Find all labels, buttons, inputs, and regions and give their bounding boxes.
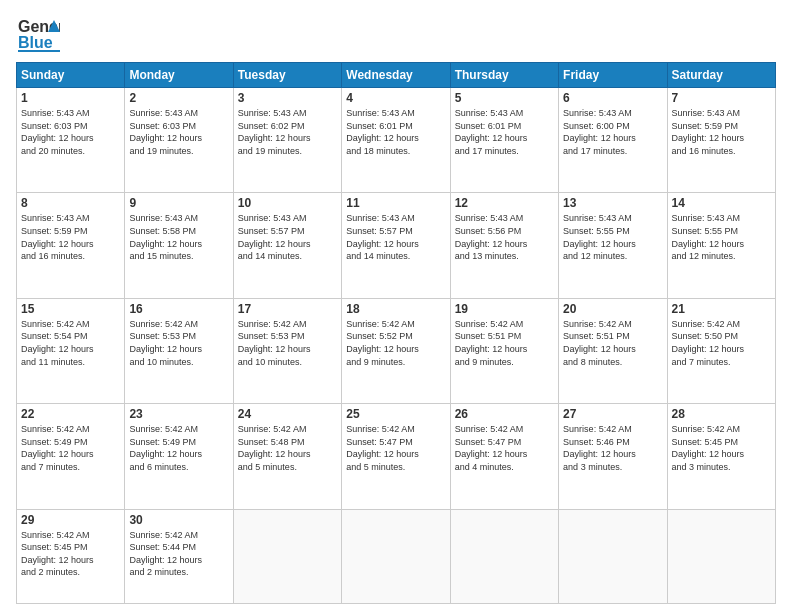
weekday-header-sunday: Sunday: [17, 63, 125, 88]
day-number: 20: [563, 302, 662, 316]
day-number: 21: [672, 302, 771, 316]
day-cell: 30Sunrise: 5:42 AM Sunset: 5:44 PM Dayli…: [125, 509, 233, 603]
week-row-2: 8Sunrise: 5:43 AM Sunset: 5:59 PM Daylig…: [17, 193, 776, 298]
day-cell: 5Sunrise: 5:43 AM Sunset: 6:01 PM Daylig…: [450, 88, 558, 193]
day-number: 12: [455, 196, 554, 210]
day-info: Sunrise: 5:42 AM Sunset: 5:44 PM Dayligh…: [129, 529, 228, 579]
page: General Blue SundayMondayTuesdayWednesda…: [0, 0, 792, 612]
weekday-header-wednesday: Wednesday: [342, 63, 450, 88]
logo-icon: General Blue: [16, 12, 60, 56]
weekday-header-monday: Monday: [125, 63, 233, 88]
day-info: Sunrise: 5:43 AM Sunset: 6:03 PM Dayligh…: [21, 107, 120, 157]
day-cell: 22Sunrise: 5:42 AM Sunset: 5:49 PM Dayli…: [17, 404, 125, 509]
day-cell: 10Sunrise: 5:43 AM Sunset: 5:57 PM Dayli…: [233, 193, 341, 298]
day-cell: 11Sunrise: 5:43 AM Sunset: 5:57 PM Dayli…: [342, 193, 450, 298]
day-info: Sunrise: 5:43 AM Sunset: 6:00 PM Dayligh…: [563, 107, 662, 157]
day-number: 11: [346, 196, 445, 210]
day-cell: 24Sunrise: 5:42 AM Sunset: 5:48 PM Dayli…: [233, 404, 341, 509]
day-number: 30: [129, 513, 228, 527]
day-info: Sunrise: 5:42 AM Sunset: 5:49 PM Dayligh…: [129, 423, 228, 473]
day-info: Sunrise: 5:43 AM Sunset: 5:58 PM Dayligh…: [129, 212, 228, 262]
day-number: 22: [21, 407, 120, 421]
weekday-header-saturday: Saturday: [667, 63, 775, 88]
day-number: 3: [238, 91, 337, 105]
day-cell: 19Sunrise: 5:42 AM Sunset: 5:51 PM Dayli…: [450, 298, 558, 403]
day-info: Sunrise: 5:43 AM Sunset: 5:57 PM Dayligh…: [346, 212, 445, 262]
day-info: Sunrise: 5:42 AM Sunset: 5:48 PM Dayligh…: [238, 423, 337, 473]
day-number: 26: [455, 407, 554, 421]
day-info: Sunrise: 5:43 AM Sunset: 5:55 PM Dayligh…: [672, 212, 771, 262]
svg-text:Blue: Blue: [18, 34, 53, 51]
logo: General Blue: [16, 12, 60, 56]
day-info: Sunrise: 5:42 AM Sunset: 5:46 PM Dayligh…: [563, 423, 662, 473]
day-number: 23: [129, 407, 228, 421]
day-cell: 8Sunrise: 5:43 AM Sunset: 5:59 PM Daylig…: [17, 193, 125, 298]
day-number: 7: [672, 91, 771, 105]
day-number: 8: [21, 196, 120, 210]
day-info: Sunrise: 5:43 AM Sunset: 6:02 PM Dayligh…: [238, 107, 337, 157]
day-cell: 14Sunrise: 5:43 AM Sunset: 5:55 PM Dayli…: [667, 193, 775, 298]
day-info: Sunrise: 5:42 AM Sunset: 5:45 PM Dayligh…: [21, 529, 120, 579]
day-number: 28: [672, 407, 771, 421]
day-info: Sunrise: 5:43 AM Sunset: 6:03 PM Dayligh…: [129, 107, 228, 157]
day-number: 6: [563, 91, 662, 105]
day-info: Sunrise: 5:42 AM Sunset: 5:51 PM Dayligh…: [455, 318, 554, 368]
day-cell: 7Sunrise: 5:43 AM Sunset: 5:59 PM Daylig…: [667, 88, 775, 193]
day-cell: [667, 509, 775, 603]
day-number: 14: [672, 196, 771, 210]
day-info: Sunrise: 5:42 AM Sunset: 5:49 PM Dayligh…: [21, 423, 120, 473]
day-cell: 27Sunrise: 5:42 AM Sunset: 5:46 PM Dayli…: [559, 404, 667, 509]
day-number: 19: [455, 302, 554, 316]
day-cell: 17Sunrise: 5:42 AM Sunset: 5:53 PM Dayli…: [233, 298, 341, 403]
day-info: Sunrise: 5:43 AM Sunset: 6:01 PM Dayligh…: [346, 107, 445, 157]
week-row-3: 15Sunrise: 5:42 AM Sunset: 5:54 PM Dayli…: [17, 298, 776, 403]
day-info: Sunrise: 5:42 AM Sunset: 5:53 PM Dayligh…: [129, 318, 228, 368]
day-number: 2: [129, 91, 228, 105]
day-cell: [233, 509, 341, 603]
header: General Blue: [16, 12, 776, 56]
day-number: 10: [238, 196, 337, 210]
day-cell: [559, 509, 667, 603]
day-cell: 23Sunrise: 5:42 AM Sunset: 5:49 PM Dayli…: [125, 404, 233, 509]
day-number: 4: [346, 91, 445, 105]
week-row-4: 22Sunrise: 5:42 AM Sunset: 5:49 PM Dayli…: [17, 404, 776, 509]
day-info: Sunrise: 5:43 AM Sunset: 5:59 PM Dayligh…: [672, 107, 771, 157]
day-number: 27: [563, 407, 662, 421]
day-number: 25: [346, 407, 445, 421]
day-cell: 6Sunrise: 5:43 AM Sunset: 6:00 PM Daylig…: [559, 88, 667, 193]
day-number: 24: [238, 407, 337, 421]
week-row-1: 1Sunrise: 5:43 AM Sunset: 6:03 PM Daylig…: [17, 88, 776, 193]
day-cell: 21Sunrise: 5:42 AM Sunset: 5:50 PM Dayli…: [667, 298, 775, 403]
day-cell: 20Sunrise: 5:42 AM Sunset: 5:51 PM Dayli…: [559, 298, 667, 403]
day-cell: 16Sunrise: 5:42 AM Sunset: 5:53 PM Dayli…: [125, 298, 233, 403]
day-number: 16: [129, 302, 228, 316]
day-info: Sunrise: 5:43 AM Sunset: 5:57 PM Dayligh…: [238, 212, 337, 262]
day-info: Sunrise: 5:43 AM Sunset: 6:01 PM Dayligh…: [455, 107, 554, 157]
day-cell: 12Sunrise: 5:43 AM Sunset: 5:56 PM Dayli…: [450, 193, 558, 298]
day-info: Sunrise: 5:43 AM Sunset: 5:56 PM Dayligh…: [455, 212, 554, 262]
day-info: Sunrise: 5:43 AM Sunset: 5:59 PM Dayligh…: [21, 212, 120, 262]
day-number: 17: [238, 302, 337, 316]
day-number: 13: [563, 196, 662, 210]
day-info: Sunrise: 5:42 AM Sunset: 5:47 PM Dayligh…: [455, 423, 554, 473]
calendar-table: SundayMondayTuesdayWednesdayThursdayFrid…: [16, 62, 776, 604]
day-cell: 2Sunrise: 5:43 AM Sunset: 6:03 PM Daylig…: [125, 88, 233, 193]
day-cell: 15Sunrise: 5:42 AM Sunset: 5:54 PM Dayli…: [17, 298, 125, 403]
day-info: Sunrise: 5:42 AM Sunset: 5:50 PM Dayligh…: [672, 318, 771, 368]
day-info: Sunrise: 5:42 AM Sunset: 5:51 PM Dayligh…: [563, 318, 662, 368]
day-info: Sunrise: 5:42 AM Sunset: 5:54 PM Dayligh…: [21, 318, 120, 368]
week-row-5: 29Sunrise: 5:42 AM Sunset: 5:45 PM Dayli…: [17, 509, 776, 603]
day-number: 18: [346, 302, 445, 316]
day-number: 15: [21, 302, 120, 316]
day-info: Sunrise: 5:42 AM Sunset: 5:53 PM Dayligh…: [238, 318, 337, 368]
day-cell: 25Sunrise: 5:42 AM Sunset: 5:47 PM Dayli…: [342, 404, 450, 509]
day-number: 1: [21, 91, 120, 105]
day-cell: 1Sunrise: 5:43 AM Sunset: 6:03 PM Daylig…: [17, 88, 125, 193]
day-number: 29: [21, 513, 120, 527]
day-cell: 26Sunrise: 5:42 AM Sunset: 5:47 PM Dayli…: [450, 404, 558, 509]
day-cell: 18Sunrise: 5:42 AM Sunset: 5:52 PM Dayli…: [342, 298, 450, 403]
day-info: Sunrise: 5:42 AM Sunset: 5:52 PM Dayligh…: [346, 318, 445, 368]
day-cell: 4Sunrise: 5:43 AM Sunset: 6:01 PM Daylig…: [342, 88, 450, 193]
day-cell: [450, 509, 558, 603]
day-info: Sunrise: 5:42 AM Sunset: 5:45 PM Dayligh…: [672, 423, 771, 473]
